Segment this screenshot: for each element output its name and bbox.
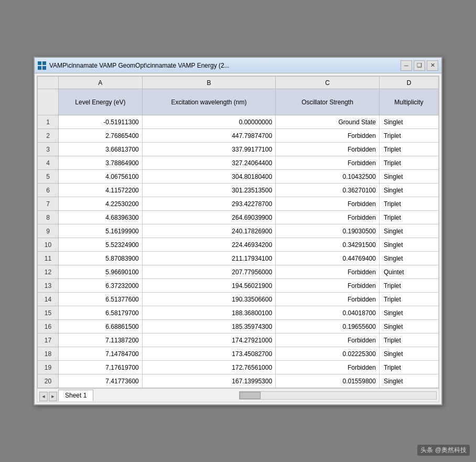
cell-oscillator-strength[interactable]: Forbidden <box>276 334 380 347</box>
cell-oscillator-strength[interactable]: Forbidden <box>276 156 380 170</box>
cell-multiplicity[interactable]: Singlet <box>379 320 438 334</box>
cell-level-energy[interactable]: 7.14784700 <box>59 347 143 361</box>
svg-rect-1 <box>42 61 46 65</box>
cell-excitation-wavelength[interactable]: 194.56021900 <box>142 279 275 293</box>
cell-oscillator-strength[interactable]: 0.19030500 <box>276 224 380 238</box>
table-wrapper[interactable]: A B C D Level Energy (eV) Excitation wav… <box>37 76 439 388</box>
cell-multiplicity[interactable]: Singlet <box>379 374 438 388</box>
cell-multiplicity[interactable]: Triplet <box>379 156 438 170</box>
cell-excitation-wavelength[interactable]: 240.17826900 <box>142 224 275 238</box>
cell-multiplicity[interactable]: Triplet <box>379 293 438 306</box>
cell-excitation-wavelength[interactable]: 185.35974300 <box>142 320 275 334</box>
cell-level-energy[interactable]: 3.66813700 <box>59 143 143 156</box>
cell-level-energy[interactable]: 6.58179700 <box>59 306 143 320</box>
cell-multiplicity[interactable]: Triplet <box>379 129 438 143</box>
cell-excitation-wavelength[interactable]: 264.69039900 <box>142 211 275 224</box>
cell-oscillator-strength[interactable]: Forbidden <box>276 279 380 293</box>
cell-multiplicity[interactable]: Triplet <box>379 361 438 374</box>
application-window: VAMP\cinnamate VAMP GeomOpt\cinnamate VA… <box>34 57 442 405</box>
sheet-nav-left[interactable]: ◄ <box>39 392 48 401</box>
row-num-header <box>38 89 59 115</box>
cell-multiplicity[interactable]: Triplet <box>379 143 438 156</box>
cell-multiplicity[interactable]: Triplet <box>379 211 438 224</box>
cell-excitation-wavelength[interactable]: 173.45082700 <box>142 347 275 361</box>
cell-oscillator-strength[interactable]: Forbidden <box>276 211 380 224</box>
hscroll-thumb[interactable] <box>240 392 261 399</box>
row-number: 20 <box>38 374 59 388</box>
restore-button[interactable]: ❑ <box>414 60 425 71</box>
cell-level-energy[interactable]: 4.68396300 <box>59 211 143 224</box>
cell-excitation-wavelength[interactable]: 304.80180400 <box>142 170 275 184</box>
cell-excitation-wavelength[interactable]: 0.00000000 <box>142 115 275 129</box>
cell-multiplicity[interactable]: Triplet <box>379 279 438 293</box>
cell-excitation-wavelength[interactable]: 207.77956000 <box>142 265 275 279</box>
cell-multiplicity[interactable]: Singlet <box>379 238 438 252</box>
minimize-button[interactable]: ─ <box>401 60 412 71</box>
cell-level-energy[interactable]: 4.22530200 <box>59 197 143 211</box>
cell-oscillator-strength[interactable]: Forbidden <box>276 293 380 306</box>
cell-excitation-wavelength[interactable]: 211.17934100 <box>142 252 275 265</box>
cell-multiplicity[interactable]: Triplet <box>379 197 438 211</box>
sheet-tab[interactable]: Sheet 1 <box>58 390 93 401</box>
cell-multiplicity[interactable]: Triplet <box>379 334 438 347</box>
cell-oscillator-strength[interactable]: Forbidden <box>276 143 380 156</box>
cell-oscillator-strength[interactable]: 0.34291500 <box>276 238 380 252</box>
hscroll-track[interactable] <box>239 391 437 400</box>
cell-multiplicity[interactable]: Singlet <box>379 115 438 129</box>
row-number: 6 <box>38 184 59 197</box>
cell-multiplicity[interactable]: Singlet <box>379 252 438 265</box>
cell-excitation-wavelength[interactable]: 167.13995300 <box>142 374 275 388</box>
cell-multiplicity[interactable]: Singlet <box>379 184 438 197</box>
cell-oscillator-strength[interactable]: 0.10432500 <box>276 170 380 184</box>
sheet-nav-right[interactable]: ► <box>49 392 57 401</box>
close-button[interactable]: ✕ <box>427 60 438 71</box>
cell-excitation-wavelength[interactable]: 327.24064400 <box>142 156 275 170</box>
cell-level-energy[interactable]: -0.51911300 <box>59 115 143 129</box>
row-number: 10 <box>38 238 59 252</box>
cell-multiplicity[interactable]: Singlet <box>379 347 438 361</box>
cell-level-energy[interactable]: 7.11387200 <box>59 334 143 347</box>
cell-excitation-wavelength[interactable]: 301.23513500 <box>142 184 275 197</box>
cell-excitation-wavelength[interactable]: 293.42278700 <box>142 197 275 211</box>
cell-multiplicity[interactable]: Singlet <box>379 306 438 320</box>
cell-level-energy[interactable]: 3.78864900 <box>59 156 143 170</box>
cell-level-energy[interactable]: 5.52324900 <box>59 238 143 252</box>
cell-level-energy[interactable]: 5.87083900 <box>59 252 143 265</box>
cell-level-energy[interactable]: 7.41773600 <box>59 374 143 388</box>
cell-excitation-wavelength[interactable]: 172.76561000 <box>142 361 275 374</box>
cell-level-energy[interactable]: 7.17619700 <box>59 361 143 374</box>
cell-multiplicity[interactable]: Singlet <box>379 224 438 238</box>
cell-excitation-wavelength[interactable]: 447.79874700 <box>142 129 275 143</box>
cell-level-energy[interactable]: 2.76865400 <box>59 129 143 143</box>
row-number: 7 <box>38 197 59 211</box>
cell-oscillator-strength[interactable]: Forbidden <box>276 361 380 374</box>
cell-level-energy[interactable]: 4.06756100 <box>59 170 143 184</box>
cell-oscillator-strength[interactable]: 0.19655600 <box>276 320 380 334</box>
window-title: VAMP\cinnamate VAMP GeomOpt\cinnamate VA… <box>49 62 397 69</box>
cell-excitation-wavelength[interactable]: 337.99177100 <box>142 143 275 156</box>
cell-oscillator-strength[interactable]: Ground State <box>276 115 380 129</box>
cell-multiplicity[interactable]: Quintet <box>379 265 438 279</box>
cell-level-energy[interactable]: 5.16199900 <box>59 224 143 238</box>
horizontal-scrollbar[interactable] <box>239 391 437 400</box>
cell-oscillator-strength[interactable]: 0.02225300 <box>276 347 380 361</box>
cell-multiplicity[interactable]: Singlet <box>379 170 438 184</box>
table-row: 146.51377600190.33506600ForbiddenTriplet <box>38 293 439 306</box>
cell-oscillator-strength[interactable]: Forbidden <box>276 265 380 279</box>
cell-oscillator-strength[interactable]: Forbidden <box>276 197 380 211</box>
cell-oscillator-strength[interactable]: 0.44769400 <box>276 252 380 265</box>
cell-excitation-wavelength[interactable]: 190.33506600 <box>142 293 275 306</box>
row-number: 13 <box>38 279 59 293</box>
cell-oscillator-strength[interactable]: 0.36270100 <box>276 184 380 197</box>
cell-level-energy[interactable]: 6.37232000 <box>59 279 143 293</box>
cell-level-energy[interactable]: 6.68861500 <box>59 320 143 334</box>
cell-oscillator-strength[interactable]: Forbidden <box>276 129 380 143</box>
cell-excitation-wavelength[interactable]: 188.36800100 <box>142 306 275 320</box>
cell-excitation-wavelength[interactable]: 224.46934200 <box>142 238 275 252</box>
cell-oscillator-strength[interactable]: 0.04018700 <box>276 306 380 320</box>
cell-level-energy[interactable]: 6.51377600 <box>59 293 143 306</box>
cell-level-energy[interactable]: 4.11572200 <box>59 184 143 197</box>
cell-excitation-wavelength[interactable]: 174.27921000 <box>142 334 275 347</box>
cell-oscillator-strength[interactable]: 0.01559800 <box>276 374 380 388</box>
cell-level-energy[interactable]: 5.96690100 <box>59 265 143 279</box>
